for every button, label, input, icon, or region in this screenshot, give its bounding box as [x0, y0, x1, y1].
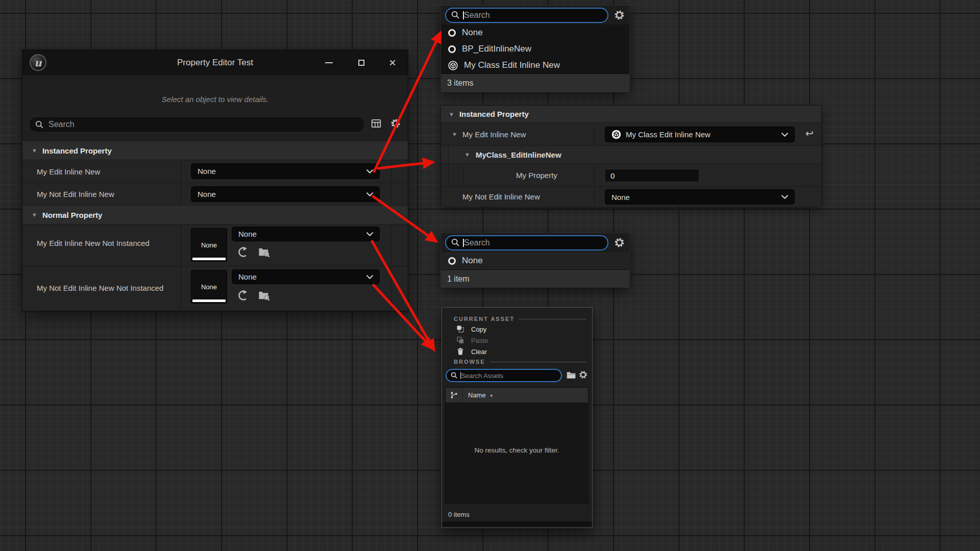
section-divider [489, 362, 586, 362]
chevron-down-icon [366, 275, 373, 279]
collapse-triangle-icon: ▼ [32, 212, 37, 218]
text-caret [460, 372, 461, 379]
browse-to-asset-icon[interactable] [258, 289, 271, 302]
chevron-down-icon [781, 195, 788, 199]
my-edit-inline-new-class-dropdown[interactable]: My Class Edit Inline New [605, 127, 795, 142]
property-label: My Property [516, 171, 557, 180]
search-input[interactable] [48, 120, 358, 129]
panel-section-instanced-property[interactable]: ▼ Instanced Property [441, 106, 821, 123]
row-my-edit-inline-new-not-instanced: My Edit Inline New Not Instanced None No… [22, 224, 408, 266]
class-picker-popup: None BP_EditInlineNew My Class Edit Inli… [440, 5, 630, 92]
class-ring-icon [448, 45, 456, 53]
my-not-edit-inline-new-dropdown[interactable]: None [605, 189, 795, 205]
column-header-name[interactable]: Name ▲ [463, 391, 494, 399]
section-divider [519, 319, 586, 319]
property-label: My Not Edit Inline New Not Instanced [37, 284, 163, 292]
popup-search-bar[interactable] [445, 235, 608, 251]
subobject-class-label: MyClass_EditInlineNew [476, 151, 561, 159]
browse-to-asset-icon[interactable] [258, 246, 271, 258]
property-label: My Not Edit Inline New [462, 192, 540, 201]
minimize-button[interactable] [317, 50, 340, 75]
current-asset-section-label: CURRENT ASSET [454, 316, 514, 322]
dropdown-value: My Class Edit Inline New [626, 130, 710, 139]
collapse-triangle-icon: ▼ [464, 152, 470, 158]
asset-picker-menu: CURRENT ASSET Copy Paste Clear BROWSE Na… [442, 307, 593, 528]
option-label: None [462, 28, 483, 38]
property-label: My Not Edit Inline New [37, 190, 114, 198]
class-cube-icon [611, 130, 621, 139]
row-my-not-edit-inline-new-not-instanced: My Not Edit Inline New Not Instanced Non… [22, 266, 408, 310]
class-picker-settings-gear-icon[interactable] [614, 237, 625, 248]
asset-thumbnail[interactable]: None [191, 228, 227, 262]
class-ring-icon [448, 29, 456, 37]
asset-thumbnail[interactable]: None [191, 270, 227, 304]
panel-row-my-edit-inline-new: ▼ My Edit Inline New My Class Edit Inlin… [441, 123, 821, 146]
section-label: Instanced Property [459, 110, 529, 118]
no-results-message: No results, check your filter. [446, 446, 588, 454]
browse-section-label: BROWSE [454, 359, 485, 365]
dropdown-value: None [238, 230, 257, 238]
menu-item-label: Copy [471, 325, 486, 333]
popup-search-bar[interactable] [445, 8, 608, 23]
copy-menu-item[interactable]: Copy [456, 325, 486, 333]
search-icon [451, 372, 458, 379]
asset-dropdown[interactable]: None [232, 269, 380, 284]
section-label: Normal Property [42, 211, 103, 219]
thumbnail-label: None [201, 241, 217, 249]
text-caret [463, 239, 464, 247]
chevron-down-icon [366, 169, 373, 173]
thumbnail-label: None [201, 283, 217, 291]
scrollbar-track[interactable] [442, 521, 592, 527]
my-edit-inline-new-dropdown[interactable]: None [191, 163, 380, 179]
chevron-down-icon [366, 192, 373, 196]
option-label: My Class Edit Inline New [464, 60, 560, 70]
window-titlebar[interactable]: u Property Editor Test × [22, 50, 408, 75]
class-option-my-class-edit-inline-new[interactable]: My Class Edit Inline New [441, 57, 629, 73]
asset-search-bar[interactable] [446, 369, 562, 382]
search-icon [451, 11, 460, 19]
asset-search-input[interactable] [461, 372, 557, 380]
asset-list-header: Name ▲ [446, 388, 588, 403]
path-picker-folder-icon[interactable] [566, 370, 576, 380]
display-filter-icon[interactable] [371, 118, 382, 129]
details-search-bar[interactable] [29, 116, 365, 133]
expander-triangle-icon[interactable]: ▼ [452, 131, 457, 137]
class-option-bp-editinlinenew[interactable]: BP_EditInlineNew [441, 41, 629, 57]
maximize-button[interactable] [350, 50, 373, 75]
asset-list: Name ▲ No results, check your filter. [445, 387, 589, 504]
panel-subobject-header[interactable]: ▼ MyClass_EditInlineNew [441, 146, 821, 164]
use-selected-icon[interactable] [237, 246, 249, 258]
section-instanced-property[interactable]: ▼ Instanced Property [22, 141, 408, 160]
use-selected-icon[interactable] [237, 289, 249, 302]
minimize-icon [325, 62, 333, 63]
menu-item-label: Clear [471, 348, 487, 356]
settings-gear-icon[interactable] [390, 118, 401, 129]
chevron-down-icon [366, 232, 373, 236]
search-icon [35, 120, 44, 129]
class-option-none[interactable]: None [441, 24, 629, 41]
popup-item-count: 1 item [441, 269, 629, 288]
asset-dropdown[interactable]: None [232, 227, 380, 241]
column-settings-button[interactable] [446, 388, 463, 403]
collapse-triangle-icon: ▼ [449, 111, 454, 117]
class-option-none[interactable]: None [441, 252, 629, 269]
my-property-input[interactable] [605, 169, 699, 182]
class-ring-icon [448, 257, 456, 265]
class-cube-icon [448, 61, 458, 70]
property-label: My Edit Inline New [462, 130, 526, 139]
collapse-triangle-icon: ▼ [32, 147, 37, 154]
clear-menu-item[interactable]: Clear [456, 347, 487, 356]
option-label: BP_EditInlineNew [462, 44, 531, 54]
section-normal-property[interactable]: ▼ Normal Property [22, 206, 408, 224]
popup-search-input[interactable] [464, 238, 602, 247]
asset-view-settings-gear-icon[interactable] [578, 370, 588, 380]
class-picker-popup-single: None 1 item [440, 233, 630, 287]
dropdown-value: None [198, 190, 216, 198]
reset-to-default-icon[interactable]: ↩ [805, 128, 814, 139]
hierarchy-icon [450, 391, 458, 399]
class-picker-settings-gear-icon[interactable] [614, 9, 625, 21]
close-button[interactable]: × [381, 50, 404, 75]
popup-search-input[interactable] [464, 11, 602, 20]
sort-ascending-icon: ▲ [489, 393, 494, 397]
my-not-edit-inline-new-dropdown[interactable]: None [191, 186, 380, 202]
